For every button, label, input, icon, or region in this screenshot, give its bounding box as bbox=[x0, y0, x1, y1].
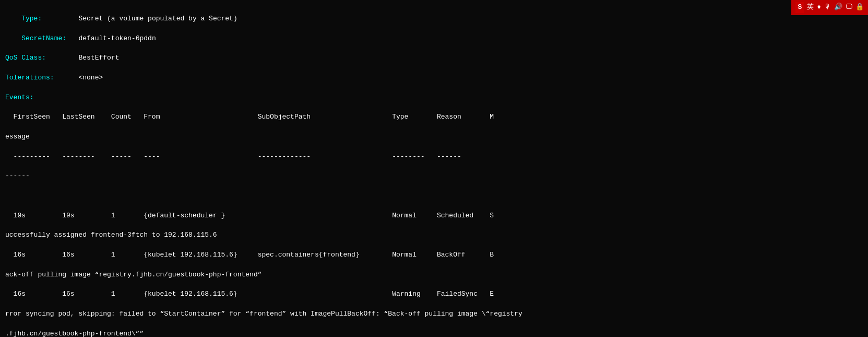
icon1: ♦ bbox=[817, 3, 821, 13]
line-events-label: Events: bbox=[5, 93, 863, 103]
line-event3a: 16s 16s 1 {kubelet 192.168.115.6} Warnin… bbox=[5, 289, 863, 299]
line-event2a: 16s 16s 1 {kubelet 192.168.115.6} spec.c… bbox=[5, 250, 863, 260]
line-separator2: ------ bbox=[5, 171, 863, 181]
line-event2b: ack-off pulling image “registry.fjhb.cn/… bbox=[5, 270, 863, 280]
line-event1b: uccessfully assigned frontend-3ftch to 1… bbox=[5, 230, 863, 240]
line-tolerations: Tolerations: <none> bbox=[5, 73, 863, 83]
lang-indicator: 英 bbox=[807, 3, 814, 13]
line-blank1 bbox=[5, 191, 863, 201]
line-header2: essage bbox=[5, 132, 863, 142]
line-event3b: rror syncing pod, skipping: failed to “S… bbox=[5, 309, 863, 319]
terminal-output: Type: Secret (a volume populated by a Se… bbox=[0, 0, 868, 337]
line-event3c: .fjhb.cn/guestbook-php-frontend\”” bbox=[5, 329, 863, 337]
line-secretname: SecretName: default-token-6pddn bbox=[5, 34, 863, 44]
line-separator1: --------- -------- ----- ---- ----------… bbox=[5, 152, 863, 162]
line-header1: FirstSeen LastSeen Count From SubObjectP… bbox=[5, 112, 863, 122]
line-type: Type: Secret (a volume populated by a Se… bbox=[5, 14, 863, 24]
taskbar-icons: S 英 ♦ 🎙 🔊 🖵 🔒 bbox=[791, 0, 868, 15]
icon5: 🔒 bbox=[855, 3, 864, 13]
icon2: 🎙 bbox=[824, 3, 831, 13]
icon4: 🖵 bbox=[846, 3, 852, 13]
s-icon: S bbox=[795, 2, 804, 13]
line-event1a: 19s 19s 1 {default-scheduler } Normal Sc… bbox=[5, 211, 863, 221]
line-qos: QoS Class: BestEffort bbox=[5, 53, 863, 63]
icon3: 🔊 bbox=[834, 3, 842, 13]
